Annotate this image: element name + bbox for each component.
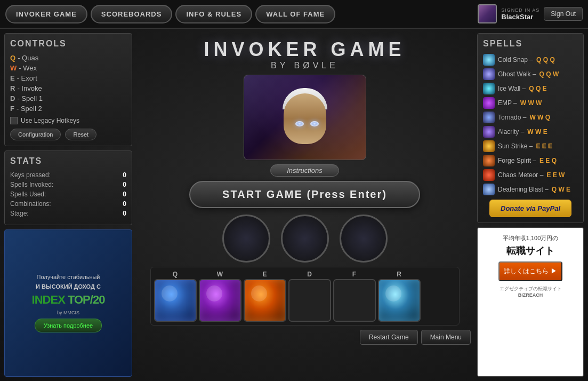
invoker-face	[284, 93, 326, 144]
center-bottom: Instructions START GAME (Press Enter) Q	[136, 164, 473, 345]
spell-deafening-blast: Deafening Blast – Q W E	[483, 184, 578, 195]
legacy-hotkeys-row: Use Legacy Hotkeys	[10, 117, 126, 124]
slot-w: W	[199, 271, 241, 322]
invoker-portrait	[244, 75, 366, 160]
slot-e-label: E	[262, 271, 267, 278]
stat-stage-label: Stage:	[10, 210, 29, 217]
ad-logo-main: INDEX	[32, 293, 65, 306]
configuration-button[interactable]: Configuration	[10, 129, 61, 140]
ad-right-cta-button[interactable]: 詳しくはこちら ▶	[498, 261, 562, 281]
ad-cta-button[interactable]: Узнать подробнее	[35, 319, 102, 332]
spell-chaosmeteor-name: Chaos Meteor –	[498, 171, 543, 179]
stat-combinations-label: Combinations:	[10, 200, 51, 208]
control-d: D - Spell 1	[10, 94, 126, 102]
stat-combinations-value: 0	[123, 200, 126, 208]
slot-r-label: R	[397, 271, 401, 278]
legacy-checkbox[interactable]	[10, 117, 18, 124]
sign-out-button[interactable]: Sign Out	[544, 7, 583, 21]
spell-alacrity-name: Alacrity –	[498, 128, 524, 136]
ad-text-1: Получайте стабильный	[36, 274, 100, 280]
portrait-face	[244, 75, 366, 160]
spell-cold-snap: Cold Snap – Q Q Q	[483, 54, 578, 66]
spell-emp: EMP – W W W	[483, 97, 578, 109]
spell-emp-name: EMP –	[498, 99, 517, 107]
slot-w-label: W	[217, 271, 223, 278]
instructions-label: Instructions	[270, 164, 339, 177]
slot-d: D	[288, 271, 331, 322]
spell-sun-strike: Sun Strike – E E E	[483, 140, 578, 152]
content-area: CONTROLS Q - Quas W - Wex E - Exort R - …	[0, 29, 588, 381]
key-d: D	[10, 94, 15, 102]
ad-logo-sub: TOP/20	[68, 293, 104, 306]
key-r-desc: - Invoke	[17, 84, 42, 92]
spell-tornado-name: Tornado –	[498, 114, 526, 121]
control-w: W - Wex	[10, 64, 126, 72]
ad-by-line: by MMCIS	[57, 310, 79, 315]
nav-invoker-game[interactable]: INVOKER GAME	[5, 5, 87, 23]
spell-icewall-keys: Q Q E	[529, 85, 546, 92]
spell-tornado-keys: W W Q	[529, 114, 550, 121]
stat-used-label: Spells Used:	[10, 190, 46, 198]
spell-icon-emp	[483, 97, 495, 109]
ad-banner-right: 平均年収1,100万円の 転職サイト 詳しくはこちら ▶ エグゼクティブの転職サ…	[477, 227, 584, 377]
key-f-desc: - Spell 2	[17, 105, 42, 113]
key-w: W	[10, 64, 17, 72]
stat-used-value: 0	[123, 190, 126, 198]
spell-forgespirit-keys: E E Q	[539, 157, 557, 164]
reset-button[interactable]: Reset	[65, 129, 96, 140]
spells-title: SPELLS	[483, 39, 578, 49]
spell-circle-1	[222, 215, 270, 263]
spell-sunstrike-keys: E E E	[536, 142, 552, 150]
spell-chaos-meteor: Chaos Meteor – E E W	[483, 169, 578, 181]
eye-right	[310, 121, 319, 126]
ad-right-sub2: BIZREACH	[484, 292, 577, 298]
game-title-sub: BY BØVLE	[204, 61, 405, 70]
key-d-desc: - Spell 1	[17, 94, 43, 102]
legacy-label: Use Legacy Hotkeys	[21, 117, 79, 124]
nav-wall-of-fame[interactable]: WALL OF FAME	[255, 5, 335, 23]
stat-spells-invoked: Spells Invoked: 0	[10, 181, 126, 188]
restart-game-button[interactable]: Restart Game	[360, 330, 418, 345]
spell-coldsnap-keys: Q Q Q	[536, 56, 555, 64]
spell-circle-3	[340, 215, 388, 263]
stat-invoked-value: 0	[123, 181, 126, 188]
orb-invoke	[378, 279, 421, 322]
spell-emp-keys: W W W	[520, 99, 542, 107]
stat-keys-label: Keys pressed:	[10, 171, 51, 179]
ad-right-line1: 平均年収1,100万円の	[484, 234, 577, 242]
spell-icon-deafeningblast	[483, 184, 495, 195]
stat-stage: Stage: 0	[10, 210, 126, 217]
start-game-button[interactable]: START GAME (Press Enter)	[189, 181, 420, 208]
spell-icon-alacrity	[483, 126, 495, 138]
slot-f-label: F	[352, 271, 356, 278]
game-title: INVOKER GAME BY BØVLE	[204, 38, 405, 70]
spell-icon-tornado	[483, 112, 495, 123]
ad-logo: INDEX TOP/20	[32, 293, 105, 307]
slot-f: F	[333, 271, 376, 322]
control-r: R - Invoke	[10, 84, 126, 92]
main-menu-button[interactable]: Main Menu	[421, 330, 471, 345]
slot-q-label: Q	[173, 271, 178, 278]
stats-panel: STATS Keys pressed: 0 Spells Invoked: 0 …	[4, 150, 132, 225]
paypal-donate-button[interactable]: Donate via PayPal	[489, 200, 571, 217]
nav-info-rules[interactable]: INFO & RULES	[175, 5, 252, 23]
spell-chaosmeteor-keys: E E W	[546, 171, 565, 179]
spell-slot-f	[333, 279, 376, 322]
control-e: E - Exort	[10, 74, 126, 82]
key-r: R	[10, 84, 15, 92]
spell-deafeningblast-keys: Q W E	[552, 186, 570, 193]
nav-scoreboards[interactable]: SCOREBOARDS	[91, 5, 173, 23]
user-details: SIGNED IN AS BlackStar	[501, 7, 539, 21]
stats-title: STATS	[10, 156, 126, 166]
spells-panel: SPELLS Cold Snap – Q Q Q Ghost Walk – Q …	[477, 33, 584, 223]
slot-d-label: D	[307, 271, 312, 278]
invoker-head	[278, 85, 332, 149]
key-q-desc: - Quas	[18, 54, 38, 62]
username: BlackStar	[501, 13, 539, 21]
slot-q: Q	[154, 271, 197, 322]
spell-ghostwalk-keys: Q Q W	[539, 70, 559, 78]
key-q: Q	[10, 54, 15, 62]
spell-icewall-name: Ice Wall –	[498, 85, 526, 92]
spell-icon-sunstrike	[483, 140, 495, 152]
nav-buttons: INVOKER GAME SCOREBOARDS INFO & RULES WA…	[5, 5, 335, 23]
